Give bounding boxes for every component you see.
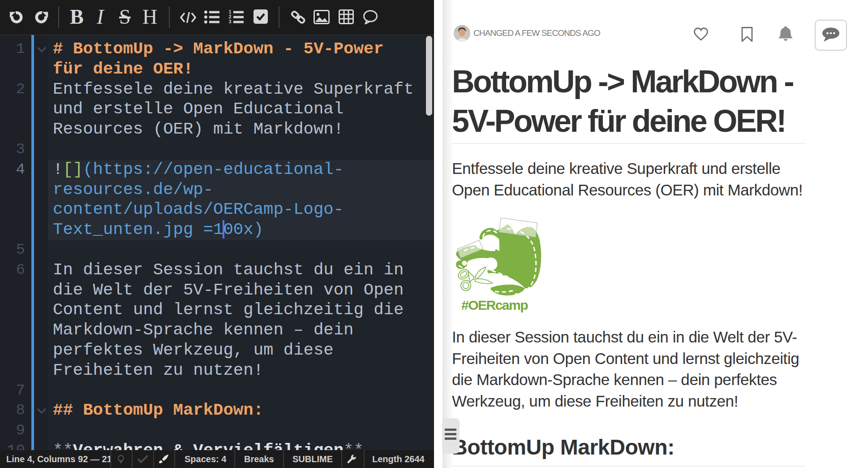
svg-text:#OERcamp: #OERcamp [461,298,528,312]
svg-text:3: 3 [229,19,232,24]
svg-text:1: 1 [229,10,232,14]
svg-text:2: 2 [229,14,232,19]
